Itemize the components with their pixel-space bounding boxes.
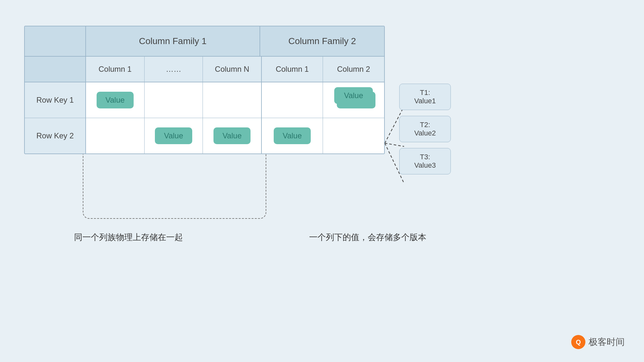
- main-table-container: Column Family 1 Column Family 2 Column 1…: [24, 26, 385, 154]
- value-stack-r1: Value Value: [334, 87, 373, 113]
- col-dots-header: ……: [145, 57, 203, 82]
- ts1-value-box: T1:Value1: [399, 84, 451, 110]
- column-family-2-header: Column Family 2: [260, 26, 384, 56]
- row-key-empty-header: [25, 26, 86, 56]
- cf2-col2-header: Column 2: [323, 57, 384, 82]
- data-row-1: Row Key 1 Value Value Value: [25, 82, 384, 118]
- row1-cf2col1-cell: [262, 82, 323, 118]
- column-family-1-header: Column Family 1: [86, 26, 260, 56]
- data-row-2: Row Key 2 Value Value Value: [25, 118, 384, 153]
- ts3-value-box: T3:Value3: [399, 148, 451, 174]
- value-box-r2-cf2c1: Value: [274, 127, 311, 144]
- value-box-r2c2: Value: [155, 127, 192, 144]
- brand: Q 极客时间: [571, 335, 625, 349]
- row2-cf2col1-cell: Value: [262, 118, 323, 153]
- sidebar-values: T1:Value1 T2:Value2 T3:Value3: [399, 84, 451, 174]
- value-box-r2cN: Value: [213, 127, 251, 144]
- row2-colN-cell: Value: [203, 118, 262, 153]
- cf2-col1-header: Column 1: [262, 57, 323, 82]
- colN-header: Column N: [203, 57, 262, 82]
- row-key-col-header: [25, 57, 86, 82]
- row2-cf2col2-cell: [323, 118, 384, 153]
- ts2-value-box: T2:Value2: [399, 116, 451, 142]
- value-box-front: Value: [334, 87, 373, 104]
- col1-header: Column 1: [86, 57, 145, 82]
- value-box-r1c1: Value: [97, 92, 134, 108]
- row1-col1-cell: Value: [86, 82, 145, 118]
- row-key-1-cell: Row Key 1: [25, 82, 86, 118]
- column-header-row: Column 1 …… Column N Column 1 Column 2: [25, 57, 384, 82]
- row1-cf2col2-cell: Value Value: [323, 82, 384, 118]
- column-family-header-row: Column Family 1 Column Family 2: [25, 26, 384, 57]
- row1-coldots-cell: [145, 82, 203, 118]
- annotation-cf1: 同一个列族物理上存储在一起: [74, 232, 183, 243]
- annotation-cf2: 一个列下的值，会存储多个版本: [309, 232, 426, 243]
- row1-colN-cell: [203, 82, 262, 118]
- brand-name: 极客时间: [589, 336, 625, 348]
- row2-col1-cell: [86, 118, 145, 153]
- brand-icon: Q: [571, 335, 585, 349]
- row2-coldots-cell: Value: [145, 118, 203, 153]
- table: Column Family 1 Column Family 2 Column 1…: [24, 26, 385, 154]
- row-key-2-cell: Row Key 2: [25, 118, 86, 153]
